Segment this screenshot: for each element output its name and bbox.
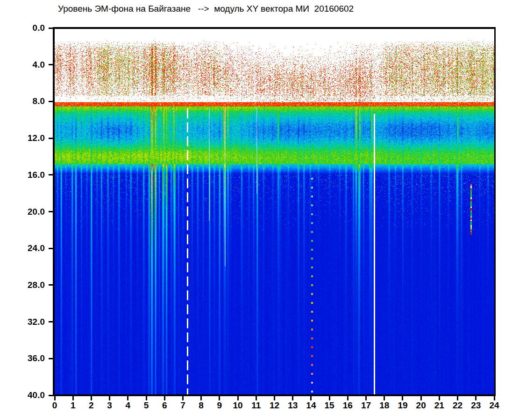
y-axis-tick-label: 24.0 [18, 243, 45, 253]
x-axis-tick [256, 396, 257, 400]
y-axis-tick [49, 321, 53, 322]
y-axis-tick-label: 12.0 [18, 133, 45, 143]
y-axis-tick-label: 0.0 [18, 23, 45, 33]
x-axis-tick [402, 396, 403, 400]
y-axis-tick-label: 4.0 [18, 60, 45, 70]
x-axis-tick-label: 22 [450, 400, 466, 411]
y-axis-tick [49, 101, 53, 102]
x-axis-tick [347, 396, 348, 400]
x-axis-tick [310, 396, 312, 400]
x-axis-tick [127, 396, 128, 400]
x-axis-tick [54, 396, 56, 400]
x-axis-tick [200, 396, 202, 400]
y-axis-tick-label: 32.0 [18, 317, 45, 327]
y-axis-tick [49, 248, 53, 249]
x-axis-tick [475, 396, 476, 400]
x-axis-tick [91, 396, 92, 400]
x-axis-tick-label: 20 [413, 400, 429, 411]
y-axis-tick [49, 28, 53, 29]
x-axis-tick-label: 15 [321, 400, 337, 411]
plot-border-top [53, 27, 496, 29]
x-axis-tick-label: 24 [486, 400, 502, 411]
x-axis-tick-label: 23 [468, 400, 484, 411]
y-axis-tick-label: 8.0 [18, 96, 45, 106]
x-axis-tick-label: 1 [65, 400, 81, 411]
x-axis-tick-label: 7 [175, 400, 191, 411]
x-axis-tick-label: 14 [303, 400, 319, 411]
x-axis-tick [146, 396, 147, 400]
x-axis-tick-label: 12 [267, 400, 283, 411]
x-axis-tick-label: 11 [248, 400, 264, 411]
y-axis-tick-label: 28.0 [18, 280, 45, 290]
y-axis-tick [49, 211, 53, 212]
x-axis-tick-label: 2 [83, 400, 99, 411]
x-axis-tick [164, 396, 165, 400]
x-axis-tick-label: 10 [230, 400, 246, 411]
x-axis-tick-label: 21 [431, 400, 447, 411]
x-axis-tick [182, 396, 184, 400]
y-axis-tick-label: 20.0 [18, 207, 45, 217]
y-axis-tick-label: 36.0 [18, 353, 45, 364]
y-axis-tick-label: 16.0 [18, 170, 45, 180]
x-axis-tick-label: 8 [193, 400, 209, 411]
y-axis-tick [49, 138, 53, 139]
y-axis-tick [49, 358, 53, 359]
x-axis-tick [439, 396, 440, 400]
x-axis-tick [274, 396, 275, 400]
x-axis-tick-label: 19 [395, 400, 411, 411]
y-axis-tick [49, 395, 53, 396]
x-axis-tick [219, 396, 220, 400]
x-axis-tick [329, 396, 330, 400]
x-axis-tick-label: 3 [102, 400, 118, 411]
x-axis-tick-label: 9 [212, 400, 228, 411]
y-axis-tick-label: 40.0 [18, 390, 45, 400]
y-axis-tick [49, 174, 53, 175]
x-axis-tick-label: 13 [285, 400, 301, 411]
spectrogram-canvas [55, 29, 494, 394]
x-axis-tick [237, 396, 239, 400]
y-axis-tick [49, 64, 53, 65]
x-axis-tick [365, 396, 367, 400]
x-axis-tick [494, 396, 495, 400]
x-axis-tick [109, 396, 110, 400]
x-axis-tick-label: 5 [138, 400, 154, 411]
plot-border-right [494, 27, 496, 396]
x-axis-tick [457, 396, 458, 400]
x-axis-tick-label: 0 [47, 400, 63, 411]
x-axis-tick-label: 16 [340, 400, 356, 411]
page: Уровень ЭМ-фона на Байгазане --> модуль … [0, 0, 512, 420]
x-axis-tick [72, 396, 74, 400]
y-axis-tick [49, 284, 53, 286]
x-axis-tick [292, 396, 293, 400]
plot-border-left [53, 27, 55, 396]
x-axis-tick [420, 396, 422, 400]
x-axis-tick [384, 396, 385, 400]
x-axis-tick-label: 18 [377, 400, 392, 411]
x-axis-tick-label: 17 [358, 400, 374, 411]
x-axis-tick-label: 6 [156, 400, 172, 411]
x-axis-tick-label: 4 [120, 400, 136, 411]
chart-title: Уровень ЭМ-фона на Байгазане --> модуль … [58, 4, 354, 14]
